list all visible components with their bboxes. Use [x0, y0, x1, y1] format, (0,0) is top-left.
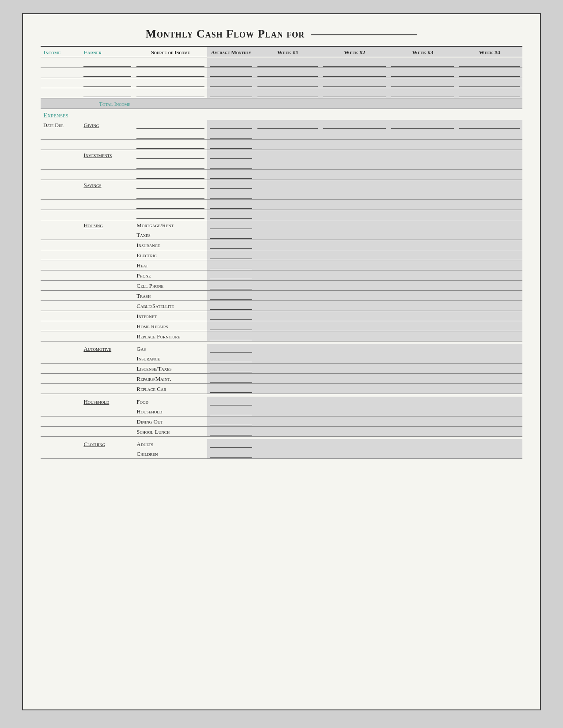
w2-input-3[interactable]: [323, 79, 386, 87]
housing-row-taxes: Taxes: [41, 230, 522, 240]
source-input-2[interactable]: [136, 69, 204, 77]
income-row-1: [41, 58, 522, 68]
w2-input-4[interactable]: [323, 89, 386, 97]
automotive-row-repairs: Repairs/Maint.: [41, 374, 522, 384]
earner-input-3[interactable]: [83, 79, 131, 87]
w1-input-4[interactable]: [257, 89, 318, 97]
col-week4-header: Week #4: [457, 47, 522, 57]
savings-row-4: [41, 210, 522, 220]
investments-header-row: Investments: [41, 150, 522, 160]
expenses-header-row: Expenses: [41, 109, 522, 120]
housing-row-mortgage: Housing Mortgage/Rent: [41, 220, 522, 230]
savings-label: Savings: [83, 182, 101, 188]
column-header-row: Income Earner Source of Income Average M…: [41, 47, 522, 57]
household-row-dining: Dining Out: [41, 416, 522, 426]
w2-input-1[interactable]: [323, 59, 386, 67]
w1-input-2[interactable]: [257, 69, 318, 77]
automotive-row-replace: Replace Car: [41, 384, 522, 394]
w3-input-4[interactable]: [391, 89, 454, 97]
automotive-label: Automotive: [83, 345, 111, 352]
earner-input-2[interactable]: [83, 69, 131, 77]
expenses-label: Expenses: [43, 112, 68, 119]
clothing-row-children: Children: [41, 449, 522, 459]
w1-input-3[interactable]: [257, 79, 318, 87]
col-source-header: Source of Income: [134, 47, 207, 57]
housing-row-repairs: Home Repairs: [41, 321, 522, 331]
household-row-food: Household Food: [41, 397, 522, 406]
income-row-3: [41, 78, 522, 88]
title-text: Monthly Cash Flow Plan for: [146, 27, 305, 40]
clothing-label: Clothing: [83, 441, 105, 447]
housing-row-electric: Electric: [41, 250, 522, 260]
giving-w4-1[interactable]: [459, 121, 520, 129]
w4-input-2[interactable]: [459, 69, 520, 77]
title-underline: [311, 34, 417, 35]
w3-input-3[interactable]: [391, 79, 454, 87]
giving-label: Giving: [83, 122, 99, 128]
earner-input-1[interactable]: [83, 59, 131, 67]
giving-header-row: Date Due Giving: [41, 120, 522, 130]
housing-row-furniture: Replace Furniture: [41, 331, 522, 341]
avg-input-3[interactable]: [210, 79, 253, 87]
automotive-row-gas: Automotive Gas: [41, 344, 522, 353]
housing-row-heat: Heat: [41, 260, 522, 270]
housing-label: Housing: [83, 222, 102, 229]
col-week3-header: Week #3: [389, 47, 457, 57]
col-avg-header: Average Monthly: [207, 47, 255, 57]
housing-row-phone: Phone: [41, 270, 522, 280]
giving-row-3: [41, 139, 522, 150]
household-row-household: Household: [41, 406, 522, 417]
giving-w3-1[interactable]: [391, 121, 454, 129]
page: Monthly Cash Flow Plan for Income Earner…: [22, 13, 541, 710]
w4-input-3[interactable]: [459, 79, 520, 87]
w3-input-2[interactable]: [391, 69, 454, 77]
col-week1-header: Week #1: [255, 47, 321, 57]
investments-row-3: [41, 169, 522, 180]
automotive-row-insurance: Insurance: [41, 353, 522, 364]
earner-input-4[interactable]: [83, 89, 131, 97]
col-earner-header: Earner: [81, 47, 134, 57]
page-title: Monthly Cash Flow Plan for: [41, 27, 522, 41]
housing-row-internet: Internet: [41, 311, 522, 321]
savings-row-3: [41, 199, 522, 210]
w4-input-1[interactable]: [459, 59, 520, 67]
avg-input-4[interactable]: [210, 89, 253, 97]
w1-input-1[interactable]: [257, 59, 318, 67]
housing-row-insurance: Insurance: [41, 240, 522, 250]
avg-input-2[interactable]: [210, 69, 253, 77]
automotive-row-license: Liscense/Taxes: [41, 364, 522, 374]
giving-avg-1[interactable]: [210, 121, 253, 129]
giving-source-1[interactable]: [136, 121, 204, 129]
w3-input-1[interactable]: [391, 59, 454, 67]
w4-input-4[interactable]: [459, 89, 520, 97]
income-row-2: [41, 68, 522, 78]
w2-input-2[interactable]: [323, 69, 386, 77]
household-label: Household: [83, 398, 109, 405]
total-income-row: Total Income: [41, 98, 522, 109]
source-input-3[interactable]: [136, 79, 204, 87]
savings-row-2: [41, 190, 522, 200]
investments-row-2: [41, 160, 522, 170]
giving-w2-1[interactable]: [323, 121, 386, 129]
col-week2-header: Week #2: [321, 47, 389, 57]
clothing-row-adults: Clothing Adults: [41, 439, 522, 449]
total-income-label: Total Income: [41, 98, 134, 109]
main-table: Income Earner Source of Income Average M…: [41, 46, 522, 459]
housing-row-cellphone: Cell Phone: [41, 280, 522, 290]
giving-row-2: [41, 130, 522, 140]
investments-label: Investments: [83, 152, 112, 158]
housing-row-cable: Cable/Satellite: [41, 300, 522, 311]
housing-row-trash: Trash: [41, 290, 522, 300]
giving-w1-1[interactable]: [257, 121, 318, 129]
savings-header-row: Savings: [41, 180, 522, 190]
col-income-header: Income: [41, 47, 81, 57]
source-input-1[interactable]: [136, 59, 204, 67]
source-input-4[interactable]: [136, 89, 204, 97]
household-row-school-lunch: School Lunch: [41, 426, 522, 436]
avg-input-1[interactable]: [210, 59, 253, 67]
income-row-4: [41, 88, 522, 98]
date-due-label: Date Due: [41, 120, 81, 130]
